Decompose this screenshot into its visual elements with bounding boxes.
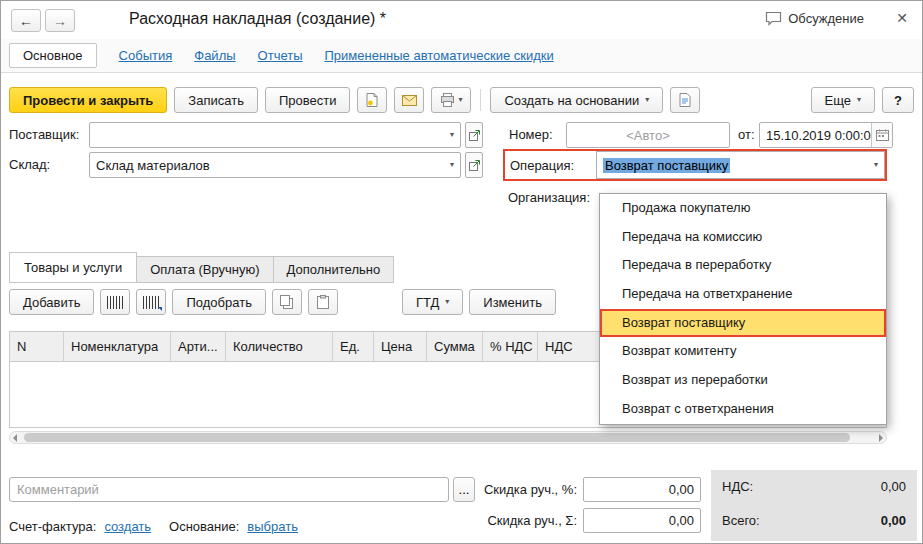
invoice-window: ← → Расходная накладная (создание) * Обс…: [0, 0, 923, 544]
date-value: 15.10.2019 0:00:00: [766, 128, 871, 143]
invoice-create-link[interactable]: создать: [104, 519, 151, 534]
supplier-open-button[interactable]: [465, 122, 483, 148]
invoice-links-row: Счет-фактура: создать Основание: выбрать: [9, 519, 298, 534]
section-tabbar: Основное События Файлы Отчеты Примененны…: [1, 39, 922, 73]
main-toolbar: Провести и закрыть Записать Провести ▾ С…: [9, 86, 914, 114]
chevron-down-icon: ▾: [857, 96, 861, 104]
column-header-price[interactable]: Цена: [374, 332, 427, 362]
vat-value: 0,00: [881, 479, 906, 494]
warehouse-value: Склад материалов: [96, 158, 444, 173]
number-field[interactable]: <Авто>: [566, 122, 730, 148]
discount-sum-label: Скидка руч., Σ:: [441, 513, 577, 528]
invoice-label: Счет-фактура:: [9, 519, 96, 534]
menu-item-return-from-processing[interactable]: Возврат из переработки: [600, 366, 886, 395]
chevron-down-icon: ▾: [445, 298, 449, 306]
discount-sum-field[interactable]: 0,00: [583, 508, 701, 533]
add-row-button[interactable]: Добавить: [9, 289, 94, 315]
column-header-article[interactable]: Арти...: [171, 332, 226, 362]
paste-rows-button[interactable]: [308, 289, 338, 315]
help-button[interactable]: ?: [882, 87, 914, 113]
total-row: Всего: 0,00: [722, 513, 906, 528]
column-header-n[interactable]: N: [10, 332, 64, 362]
tab-auto-discounts[interactable]: Примененные автоматические скидки: [325, 48, 554, 63]
back-button[interactable]: ←: [11, 9, 41, 32]
basis-label: Основание:: [169, 519, 239, 534]
more-button[interactable]: Еще ▾: [811, 87, 875, 113]
column-header-vat-pct[interactable]: % НДС: [483, 332, 538, 362]
create-on-basis-button[interactable]: Создать на основании ▾: [490, 87, 663, 113]
close-button[interactable]: ✕: [896, 10, 908, 26]
tab-main[interactable]: Основное: [9, 43, 97, 68]
organization-label: Организация:: [508, 185, 590, 211]
discussion-button[interactable]: Обсуждение: [765, 11, 864, 26]
chevron-down-icon: ▾: [450, 161, 454, 169]
vat-row: НДС: 0,00: [722, 479, 906, 494]
discount-pct-label: Скидка руч., %:: [441, 482, 577, 497]
column-header-sum[interactable]: Сумма: [427, 332, 483, 362]
forward-arrow-icon: →: [53, 13, 67, 29]
number-label: Номер:: [509, 122, 553, 148]
menu-item-commission[interactable]: Передача на комиссию: [600, 223, 886, 252]
operation-highlight-box: Операция: Возврат поставщику ▾: [503, 149, 887, 181]
operation-field[interactable]: Возврат поставщику ▾: [596, 151, 885, 179]
pick-items-button[interactable]: Подобрать: [172, 289, 265, 315]
menu-item-processing[interactable]: Передача в переработку: [600, 251, 886, 280]
toolbar-divider: [480, 89, 481, 111]
gtd-button[interactable]: ГТД ▾: [402, 289, 463, 315]
barcode-icon: [107, 296, 123, 309]
column-header-nomenclature[interactable]: Номенклатура: [64, 332, 171, 362]
send-email-button[interactable]: [394, 87, 424, 113]
calendar-icon: [876, 129, 889, 141]
horizontal-scrollbar[interactable]: [9, 431, 887, 444]
column-header-quantity[interactable]: Количество: [226, 332, 333, 362]
corner-arrow-icon: [158, 307, 162, 311]
menu-item-return-from-safekeeping[interactable]: Возврат с ответхранения: [600, 395, 886, 424]
scrollbar-thumb[interactable]: [24, 433, 850, 442]
tab-additional[interactable]: Дополнительно: [273, 256, 395, 283]
create-on-basis-label: Создать на основании: [504, 93, 639, 108]
tab-events[interactable]: События: [119, 48, 173, 63]
tab-payment[interactable]: Оплата (Вручную): [136, 256, 273, 283]
column-header-unit[interactable]: Ед.: [333, 332, 374, 362]
barcode-input-button[interactable]: [136, 289, 166, 315]
basis-choose-link[interactable]: выбрать: [247, 519, 298, 534]
write-button[interactable]: Записать: [174, 87, 258, 113]
print-button[interactable]: ▾: [431, 87, 471, 113]
menu-item-return-to-supplier[interactable]: Возврат поставщику: [600, 309, 886, 338]
discount-pct-field[interactable]: 0,00: [583, 477, 701, 502]
edit-row-button[interactable]: Изменить: [469, 289, 556, 315]
forward-button[interactable]: →: [45, 9, 75, 32]
content-tabbar: Товары и услуги Оплата (Вручную) Дополни…: [9, 252, 393, 283]
warehouse-open-button[interactable]: [465, 152, 483, 178]
scroll-right-icon[interactable]: [879, 434, 883, 442]
scroll-left-icon[interactable]: [13, 434, 17, 442]
menu-item-safekeeping[interactable]: Передача на ответхранение: [600, 280, 886, 309]
post-and-close-button[interactable]: Провести и закрыть: [9, 87, 167, 113]
tab-files[interactable]: Файлы: [194, 48, 235, 63]
tab-goods-services[interactable]: Товары и услуги: [9, 252, 137, 283]
tab-reports[interactable]: Отчеты: [258, 48, 303, 63]
speech-bubble-icon: [765, 11, 782, 26]
menu-item-return-to-consignor[interactable]: Возврат комитенту: [600, 337, 886, 366]
totals-panel: НДС: 0,00 Всего: 0,00: [711, 470, 917, 541]
reports-button[interactable]: [670, 87, 700, 113]
discount-sum-value: 0,00: [669, 513, 694, 528]
calendar-button[interactable]: [871, 123, 892, 147]
warehouse-field[interactable]: Склад материалов ▾: [89, 152, 461, 178]
chevron-down-icon: ▾: [645, 96, 649, 104]
post-button[interactable]: Провести: [265, 87, 351, 113]
comment-input[interactable]: [9, 477, 449, 502]
menu-item-sale[interactable]: Продажа покупателю: [600, 194, 886, 223]
discussion-label: Обсуждение: [788, 11, 864, 26]
document-icon: [366, 93, 378, 107]
open-form-icon: [469, 130, 480, 141]
copy-icon: [280, 295, 293, 309]
total-value: 0,00: [881, 513, 906, 528]
supplier-label: Поставщик:: [9, 122, 79, 148]
paste-icon: [317, 295, 329, 309]
barcode-scan-button[interactable]: [100, 289, 130, 315]
date-field[interactable]: 15.10.2019 0:00:00: [759, 122, 893, 148]
supplier-field[interactable]: ▾: [89, 122, 461, 148]
copy-rows-button[interactable]: [272, 289, 302, 315]
attach-file-button[interactable]: [357, 87, 387, 113]
